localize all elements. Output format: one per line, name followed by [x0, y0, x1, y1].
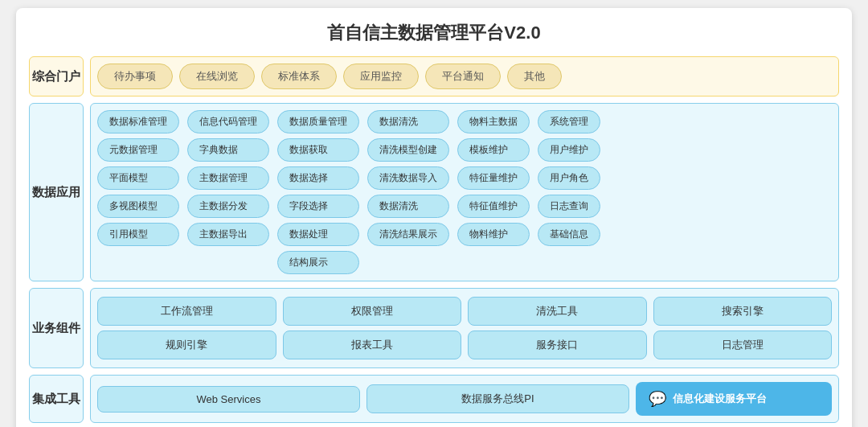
biz-chip-1-2[interactable]: 服务接口 — [468, 331, 647, 359]
data-col-5: 系统管理 用户维护 用户角色 日志查询 基础信息 — [538, 110, 600, 246]
data-chip-1-4[interactable]: 主数据导出 — [187, 223, 269, 246]
data-chip-3-3[interactable]: 数据清洗 — [367, 195, 449, 218]
data-chip-1-1[interactable]: 字典数据 — [187, 138, 269, 162]
biz-chip-0-1[interactable]: 权限管理 — [283, 297, 462, 326]
portal-row: 综合门户 待办事项 在线浏览 标准体系 应用监控 平台通知 其他 — [29, 56, 839, 96]
portal-content: 待办事项 在线浏览 标准体系 应用监控 平台通知 其他 — [90, 56, 839, 96]
data-app-columns: 数据标准管理 元数据管理 平面模型 多视图模型 引用模型 信息代码管理 字典数据… — [97, 110, 832, 274]
data-chip-4-1[interactable]: 模板维护 — [457, 138, 530, 162]
wechat-icon: 💬 — [649, 390, 666, 408]
data-chip-4-0[interactable]: 物料主数据 — [457, 110, 530, 133]
biz-chip-0-3[interactable]: 搜索引擎 — [653, 297, 833, 326]
biz-chip-0-0[interactable]: 工作流管理 — [97, 297, 276, 326]
data-col-4: 物料主数据 模板维护 特征量维护 特征值维护 物料维护 — [457, 110, 530, 246]
page-title: 首自信主数据管理平台V2.0 — [29, 21, 839, 45]
data-chip-1-0[interactable]: 信息代码管理 — [187, 110, 269, 133]
data-chip-0-4[interactable]: 引用模型 — [97, 223, 179, 246]
data-chip-1-3[interactable]: 主数据分发 — [187, 195, 269, 218]
biz-label: 业务组件 — [29, 288, 84, 368]
portal-chip-4[interactable]: 平台通知 — [425, 64, 501, 89]
wechat-label: 信息化建设服务平台 — [673, 392, 767, 406]
integ-content: Web Services 数据服务总线PI 💬 信息化建设服务平台 — [90, 375, 839, 423]
data-chip-5-4[interactable]: 基础信息 — [538, 223, 600, 246]
data-chip-0-0[interactable]: 数据标准管理 — [97, 110, 179, 133]
biz-row-0: 工作流管理 权限管理 清洗工具 搜索引擎 — [97, 297, 832, 326]
data-chip-2-0[interactable]: 数据质量管理 — [277, 110, 359, 133]
biz-chip-1-1[interactable]: 报表工具 — [283, 331, 462, 359]
biz-chip-1-3[interactable]: 日志管理 — [653, 331, 833, 359]
data-chip-4-3[interactable]: 特征值维护 — [457, 195, 530, 218]
integ-row: Web Services 数据服务总线PI 💬 信息化建设服务平台 — [97, 382, 832, 416]
data-chip-4-2[interactable]: 特征量维护 — [457, 166, 530, 190]
portal-chip-5[interactable]: 其他 — [507, 64, 562, 89]
data-col-1: 信息代码管理 字典数据 主数据管理 主数据分发 主数据导出 — [187, 110, 269, 246]
data-chip-2-5[interactable]: 结构展示 — [277, 251, 359, 274]
integ-chip-0[interactable]: Web Services — [97, 386, 360, 413]
data-app-content: 数据标准管理 元数据管理 平面模型 多视图模型 引用模型 信息代码管理 字典数据… — [90, 103, 839, 281]
portal-chip-1[interactable]: 在线浏览 — [179, 64, 255, 89]
portal-label: 综合门户 — [29, 56, 84, 96]
data-chip-3-2[interactable]: 清洗数据导入 — [367, 166, 449, 190]
data-chip-2-1[interactable]: 数据获取 — [277, 138, 359, 162]
portal-chip-0[interactable]: 待办事项 — [97, 64, 173, 89]
data-chip-3-1[interactable]: 清洗模型创建 — [367, 138, 449, 162]
wechat-box: 💬 信息化建设服务平台 — [636, 382, 832, 416]
data-app-row: 数据应用 数据标准管理 元数据管理 平面模型 多视图模型 引用模型 信息代码管理… — [29, 103, 839, 281]
data-chip-5-2[interactable]: 用户角色 — [538, 166, 600, 190]
biz-chip-1-0[interactable]: 规则引擎 — [97, 331, 276, 359]
data-col-0: 数据标准管理 元数据管理 平面模型 多视图模型 引用模型 — [97, 110, 179, 246]
data-chip-0-3[interactable]: 多视图模型 — [97, 195, 179, 218]
portal-chip-3[interactable]: 应用监控 — [343, 64, 419, 89]
data-chip-2-3[interactable]: 字段选择 — [277, 195, 359, 218]
data-chip-3-4[interactable]: 清洗结果展示 — [367, 223, 449, 246]
data-chip-4-4[interactable]: 物料维护 — [457, 223, 530, 246]
biz-row: 业务组件 工作流管理 权限管理 清洗工具 搜索引擎 规则引擎 报表工具 服务接口… — [29, 288, 839, 368]
data-chip-0-1[interactable]: 元数据管理 — [97, 138, 179, 162]
integ-label: 集成工具 — [29, 375, 84, 423]
data-chip-5-0[interactable]: 系统管理 — [538, 110, 600, 133]
data-col-3: 数据清洗 清洗模型创建 清洗数据导入 数据清洗 清洗结果展示 — [367, 110, 449, 246]
biz-content: 工作流管理 权限管理 清洗工具 搜索引擎 规则引擎 报表工具 服务接口 日志管理 — [90, 288, 839, 368]
biz-row-1: 规则引擎 报表工具 服务接口 日志管理 — [97, 331, 832, 359]
data-chip-2-2[interactable]: 数据选择 — [277, 166, 359, 190]
biz-chip-0-2[interactable]: 清洗工具 — [468, 297, 647, 326]
data-chip-0-2[interactable]: 平面模型 — [97, 166, 179, 190]
data-col-2: 数据质量管理 数据获取 数据选择 字段选择 数据处理 结构展示 — [277, 110, 359, 274]
data-chip-1-2[interactable]: 主数据管理 — [187, 166, 269, 190]
portal-chip-2[interactable]: 标准体系 — [261, 64, 337, 89]
data-chip-2-4[interactable]: 数据处理 — [277, 223, 359, 246]
data-chip-3-0[interactable]: 数据清洗 — [367, 110, 449, 133]
main-container: 首自信主数据管理平台V2.0 综合门户 待办事项 在线浏览 标准体系 应用监控 … — [16, 8, 852, 427]
data-chip-5-3[interactable]: 日志查询 — [538, 195, 600, 218]
integ-section-row: 集成工具 Web Services 数据服务总线PI 💬 信息化建设服务平台 — [29, 375, 839, 423]
data-chip-5-1[interactable]: 用户维护 — [538, 138, 600, 162]
data-app-label: 数据应用 — [29, 103, 84, 281]
biz-grid: 工作流管理 权限管理 清洗工具 搜索引擎 规则引擎 报表工具 服务接口 日志管理 — [97, 297, 832, 359]
integ-chip-1[interactable]: 数据服务总线PI — [366, 384, 629, 413]
